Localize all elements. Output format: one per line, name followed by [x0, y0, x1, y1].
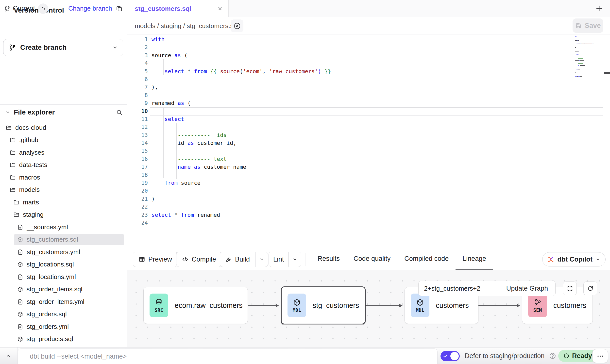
file-item-analyses[interactable]: analyses	[0, 146, 127, 159]
file-item-staging[interactable]: staging	[0, 209, 127, 221]
more-options-button[interactable]	[592, 349, 608, 363]
help-icon[interactable]	[549, 352, 556, 360]
file-item-stg_order_items.yml[interactable]: stg_order_items.yml	[0, 296, 127, 308]
code-line[interactable]: 15	[127, 147, 610, 155]
status-badge[interactable]: Ready	[558, 350, 597, 362]
file-item-marts[interactable]: marts	[0, 196, 127, 209]
code-line[interactable]: 14 id as customer_id,	[127, 139, 610, 147]
badge-label: MDL	[293, 307, 301, 313]
dbt-copilot-button[interactable]: dbt Copilot	[542, 252, 606, 266]
file-item-models[interactable]: models	[0, 184, 127, 196]
file-item-stg_orders.sql[interactable]: stg_orders.sql	[0, 308, 127, 321]
lineage-panel[interactable]: SRCecom.raw_customersMDLstg_customersMDL…	[127, 270, 610, 347]
file-explorer-header[interactable]: File explorer	[0, 105, 127, 120]
git-branch-icon	[9, 44, 16, 51]
editor-tabbar: stg_customers.sql	[127, 0, 610, 17]
fullscreen-button[interactable]	[563, 281, 577, 295]
copilot-file-action-button[interactable]	[231, 19, 243, 32]
file-item-docs-cloud[interactable]: docs-cloud	[0, 121, 127, 134]
code-line[interactable]: 3source as (	[127, 51, 610, 59]
file-explorer-title: File explorer	[14, 108, 55, 116]
node-label: ecom.raw_customers	[175, 301, 243, 310]
code-text: ---------- text	[148, 155, 227, 163]
copy-branch-icon[interactable]	[116, 5, 123, 12]
update-graph-button[interactable]: Update Graph	[499, 281, 555, 296]
file-item-macros[interactable]: macros	[0, 171, 127, 184]
close-icon[interactable]	[217, 6, 223, 12]
code-line[interactable]: 20	[127, 187, 610, 195]
file-item-label: stg_customers.yml	[27, 248, 80, 256]
create-branch-button[interactable]: Create branch	[3, 39, 123, 56]
build-label: Build	[235, 256, 250, 263]
tab-stg-customers-sql[interactable]: stg_customers.sql	[127, 0, 229, 17]
code-line[interactable]: 11 select	[127, 115, 610, 123]
code-line[interactable]: 24	[127, 219, 610, 227]
scroll-ruler	[603, 34, 603, 249]
change-branch-link[interactable]: Change branch	[68, 5, 112, 12]
build-button[interactable]: Build	[220, 252, 268, 267]
code-line[interactable]: 8	[127, 91, 610, 99]
file-item-data-tests[interactable]: data-tests	[0, 159, 127, 171]
search-icon[interactable]	[116, 109, 123, 116]
file-item-stg_products.sql[interactable]: stg_products.sql	[0, 333, 127, 346]
refresh-button[interactable]	[583, 281, 597, 295]
preview-button[interactable]: Preview	[133, 252, 178, 267]
lineage-node-ecom.raw_customers[interactable]: SRCecom.raw_customers	[143, 287, 248, 324]
code-line[interactable]: 1with	[127, 35, 610, 43]
code-editor[interactable]: 1with23source as (45 select * from {{ so…	[127, 34, 610, 249]
code-line[interactable]: 13 ---------- ids	[127, 131, 610, 139]
command-input[interactable]	[18, 349, 437, 364]
file-item-stg_orders.yml[interactable]: stg_orders.yml	[0, 320, 127, 333]
code-line[interactable]: 21)	[127, 195, 610, 203]
new-tab-button[interactable]	[595, 4, 603, 12]
code-line[interactable]: 5 select * from {{ source('ecom', 'raw_c…	[127, 67, 610, 75]
lineage-node-stg_customers[interactable]: MDLstg_customers	[281, 286, 366, 324]
lint-dropdown[interactable]	[289, 252, 301, 267]
code-line[interactable]: 4	[127, 59, 610, 67]
code-line[interactable]: 22	[127, 203, 610, 211]
doc-icon	[17, 323, 24, 330]
code-text: with	[148, 35, 165, 43]
defer-toggle[interactable]	[441, 351, 460, 361]
code-line[interactable]: 23select * from renamed	[127, 211, 610, 219]
file-item-stg_locations.sql[interactable]: stg_locations.sql	[0, 258, 127, 271]
code-line[interactable]: 2	[127, 43, 610, 51]
save-button[interactable]: Save	[573, 18, 603, 33]
minimap[interactable]	[575, 36, 603, 80]
save-icon	[575, 22, 582, 29]
lineage-selector-input[interactable]	[419, 285, 499, 292]
build-dropdown[interactable]	[255, 252, 268, 267]
create-branch-dropdown[interactable]	[107, 45, 123, 50]
cube-icon	[416, 298, 424, 307]
panel-tabs: ResultsCode qualityCompiled codeLineage	[311, 249, 493, 270]
file-item-stg_locations.yml[interactable]: stg_locations.yml	[0, 271, 127, 283]
code-line[interactable]: 16 ---------- text	[127, 155, 610, 163]
code-line[interactable]: 7),	[127, 83, 610, 91]
lineage-edge	[366, 305, 402, 306]
expand-command-bar-button[interactable]	[3, 351, 14, 361]
cube-icon	[17, 261, 23, 268]
compile-button[interactable]: Compile	[176, 252, 222, 267]
panel-tab-results[interactable]: Results	[311, 249, 347, 270]
code-area[interactable]: 1with23source as (45 select * from {{ so…	[127, 35, 610, 227]
file-item-stg_order_items.sql[interactable]: stg_order_items.sql	[0, 283, 127, 296]
file-item-stg_customers.yml[interactable]: stg_customers.yml	[0, 246, 127, 258]
save-label: Save	[585, 22, 601, 30]
panel-tab-lineage[interactable]: Lineage	[456, 249, 493, 270]
code-line[interactable]: 9renamed as (	[127, 99, 610, 107]
code-line[interactable]: 6	[127, 75, 610, 83]
code-line[interactable]: 19 from source	[127, 179, 610, 187]
lineage-edge	[478, 305, 520, 306]
code-line[interactable]: 10	[127, 107, 610, 115]
lint-button[interactable]: Lint	[269, 252, 301, 267]
compass-icon	[233, 22, 241, 30]
file-item-__sources.yml[interactable]: __sources.yml	[0, 221, 127, 233]
code-line[interactable]: 17 name as customer_name	[127, 163, 610, 171]
panel-tab-code-quality[interactable]: Code quality	[347, 249, 397, 270]
panel-tab-compiled-code[interactable]: Compiled code	[397, 249, 456, 270]
code-line[interactable]: 12	[127, 123, 610, 131]
status-label: Ready	[572, 352, 592, 360]
file-item-.github[interactable]: .github	[0, 134, 127, 147]
file-item-stg_customers.sql[interactable]: stg_customers.sql	[0, 233, 127, 246]
code-line[interactable]: 18	[127, 171, 610, 179]
